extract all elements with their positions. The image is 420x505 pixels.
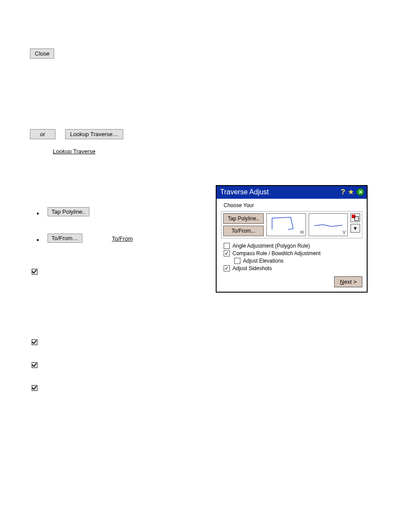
angle-adjustment-doc-check <box>32 269 37 275</box>
adjust-elevations-option[interactable]: Adjust Elevations <box>234 258 362 264</box>
v-label: V <box>343 230 346 235</box>
close-icon[interactable]: ✕ <box>357 188 364 196</box>
polygon-icon <box>270 216 295 231</box>
help-icon[interactable]: ? <box>341 188 345 196</box>
traverse-adjust-dialog: Traverse Adjust ? ★ ✕ Choose Your Tap Po… <box>216 185 368 293</box>
adjust-sideshots-label: Adjust Sideshots <box>232 265 272 271</box>
choose-your-label: Choose Your <box>224 202 362 208</box>
compass-rule-option[interactable]: Compass Rule / Bowditch Adjustment <box>224 250 362 256</box>
h-label: H <box>300 230 303 235</box>
horizontal-preview: H <box>266 213 306 236</box>
checkbox-icon <box>224 243 230 249</box>
traverse-picker-row: Tap Polyline.. To/From... H V <box>221 211 362 238</box>
next-button[interactable]: Next > <box>334 276 362 287</box>
bullet-icon: • <box>37 210 39 217</box>
compass-rule-doc-check <box>32 339 37 345</box>
checkbox-icon <box>224 265 230 271</box>
checkbox-icon <box>234 258 240 264</box>
tap-polyline-button[interactable]: Tap Polyline.. <box>48 207 89 216</box>
favorite-icon[interactable]: ★ <box>348 188 354 196</box>
dlg-to-from-button[interactable]: To/From... <box>223 226 264 236</box>
close-button[interactable]: Close <box>30 48 54 59</box>
compass-rule-label: Compass Rule / Bowditch Adjustment <box>232 250 321 256</box>
angle-adjustment-label: Angle Adjustment (Polygon Rule) <box>232 243 310 249</box>
to-from-button[interactable]: To/From… <box>48 234 82 243</box>
color-picker-button[interactable] <box>350 213 360 222</box>
adjust-sideshots-doc-check <box>32 385 37 391</box>
checkbox-icon <box>224 250 230 256</box>
angle-adjustment-option[interactable]: Angle Adjustment (Polygon Rule) <box>224 243 362 249</box>
lookup-traverse-link[interactable]: Lookup Traverse <box>53 148 96 155</box>
dialog-titlebar: Traverse Adjust ? ★ ✕ <box>217 186 367 199</box>
vertical-preview: V <box>309 213 348 236</box>
adjust-sideshots-option[interactable]: Adjust Sideshots <box>224 265 362 271</box>
to-from-link[interactable]: To/From <box>112 235 133 242</box>
adjust-elevations-doc-check <box>32 362 37 368</box>
bullet-icon: • <box>37 237 39 244</box>
chevron-down-icon: ▼ <box>353 226 358 231</box>
dlg-tap-polyline-button[interactable]: Tap Polyline.. <box>223 213 264 224</box>
or-button-placeholder[interactable]: or <box>30 129 55 139</box>
lookup-traverse-button[interactable]: Lookup Traverse… <box>65 129 123 139</box>
dropdown-button[interactable]: ▼ <box>350 224 360 233</box>
adjust-elevations-label: Adjust Elevations <box>243 258 284 264</box>
profile-line-icon <box>312 223 345 223</box>
dialog-title: Traverse Adjust <box>220 188 269 196</box>
